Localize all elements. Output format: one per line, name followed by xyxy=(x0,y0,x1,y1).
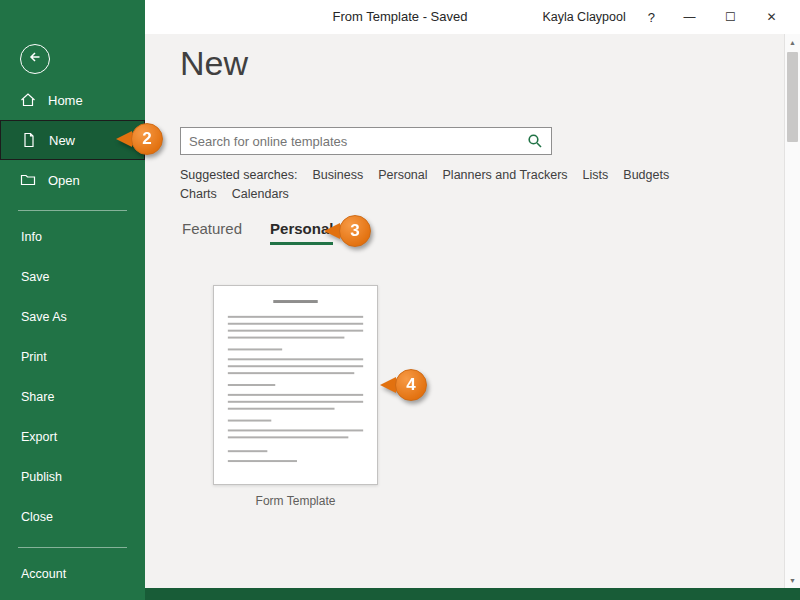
sidebar-nav: Home New Open Info Save Save As Print Sh… xyxy=(0,80,145,594)
status-bar xyxy=(145,588,800,600)
sidebar-divider xyxy=(18,210,127,211)
search-button[interactable] xyxy=(519,128,551,154)
suggested-link-lists[interactable]: Lists xyxy=(583,166,609,185)
sidebar-item-info[interactable]: Info xyxy=(0,217,145,257)
back-button[interactable] xyxy=(20,44,50,74)
titlebar: From Template - Saved Kayla Claypool ? —… xyxy=(145,0,800,34)
sidebar-item-label: Open xyxy=(48,173,80,188)
suggested-link-business[interactable]: Business xyxy=(312,166,363,185)
callout-pointer xyxy=(324,223,340,239)
sidebar-item-save-as[interactable]: Save As xyxy=(0,297,145,337)
open-folder-icon xyxy=(20,172,36,188)
sidebar-item-label: New xyxy=(49,133,75,148)
suggested-link-calendars[interactable]: Calendars xyxy=(232,185,289,204)
backstage-sidebar: Home New Open Info Save Save As Print Sh… xyxy=(0,0,145,600)
scrollbar[interactable]: ▲ ▼ xyxy=(784,34,800,588)
minimize-button[interactable]: — xyxy=(669,0,710,34)
search-input[interactable] xyxy=(181,134,519,149)
callout-pointer xyxy=(116,131,132,147)
tab-featured[interactable]: Featured xyxy=(182,220,242,245)
scroll-up-icon[interactable]: ▲ xyxy=(785,34,800,50)
sidebar-item-account[interactable]: Account xyxy=(0,554,145,594)
scrollbar-thumb[interactable] xyxy=(787,52,798,142)
template-search-box xyxy=(180,127,552,155)
home-icon xyxy=(20,92,36,108)
suggested-label: Suggested searches: xyxy=(180,166,297,185)
suggested-searches: Suggested searches: Business Personal Pl… xyxy=(180,166,700,204)
callout-number: 3 xyxy=(339,215,371,247)
template-name: Form Template xyxy=(213,494,378,508)
backstage-content: New Suggested searches: Business Persona… xyxy=(145,34,800,588)
sidebar-item-open[interactable]: Open xyxy=(0,160,145,200)
search-icon xyxy=(527,133,543,149)
callout-number: 4 xyxy=(395,369,427,401)
suggested-link-personal[interactable]: Personal xyxy=(378,166,427,185)
callout-badge-3: 3 xyxy=(324,215,371,247)
window-title: From Template - Saved xyxy=(333,0,468,34)
page-title: New xyxy=(180,44,248,83)
template-tabs: Featured Personal xyxy=(182,220,333,245)
titlebar-controls: Kayla Claypool ? — ☐ ✕ xyxy=(542,0,800,34)
suggested-link-budgets[interactable]: Budgets xyxy=(623,166,669,185)
sidebar-item-publish[interactable]: Publish xyxy=(0,457,145,497)
document-preview-icon xyxy=(214,286,377,484)
callout-pointer xyxy=(380,377,396,393)
close-button[interactable]: ✕ xyxy=(751,0,792,34)
sidebar-item-print[interactable]: Print xyxy=(0,337,145,377)
new-document-icon xyxy=(21,132,37,148)
suggested-link-charts[interactable]: Charts xyxy=(180,185,217,204)
app-window: From Template - Saved Kayla Claypool ? —… xyxy=(0,0,800,600)
callout-badge-2: 2 xyxy=(116,123,163,155)
callout-badge-4: 4 xyxy=(380,369,427,401)
template-thumbnail-form-template[interactable] xyxy=(213,285,378,485)
suggested-link-planners[interactable]: Planners and Trackers xyxy=(443,166,568,185)
maximize-button[interactable]: ☐ xyxy=(710,0,751,34)
sidebar-item-home[interactable]: Home xyxy=(0,80,145,120)
help-button[interactable]: ? xyxy=(648,10,655,25)
sidebar-item-share[interactable]: Share xyxy=(0,377,145,417)
sidebar-item-save[interactable]: Save xyxy=(0,257,145,297)
sidebar-item-label: Home xyxy=(48,93,83,108)
sidebar-item-close[interactable]: Close xyxy=(0,497,145,537)
sidebar-item-export[interactable]: Export xyxy=(0,417,145,457)
back-arrow-icon xyxy=(27,49,43,69)
sidebar-divider xyxy=(18,547,127,548)
callout-number: 2 xyxy=(131,123,163,155)
user-name[interactable]: Kayla Claypool xyxy=(542,10,625,24)
scroll-down-icon[interactable]: ▼ xyxy=(785,572,800,588)
